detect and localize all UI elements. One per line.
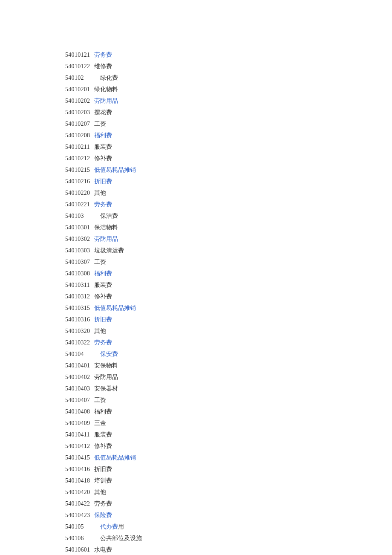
account-label: 劳务费 xyxy=(94,498,112,509)
account-label[interactable]: 代办费 xyxy=(100,521,118,532)
account-label: 公共部位及设施 xyxy=(100,532,142,544)
account-code: 540102 xyxy=(65,72,93,84)
account-code: 54010401 xyxy=(65,360,93,371)
list-item: 540102绿化费 xyxy=(65,72,392,84)
account-label[interactable]: 折旧费 xyxy=(94,314,112,325)
account-code: 54010211 xyxy=(65,141,93,153)
account-code: 54010312 xyxy=(65,291,93,302)
account-code: 54010322 xyxy=(65,337,93,348)
account-code: 54010416 xyxy=(65,463,93,475)
account-label: 工资 xyxy=(94,394,106,406)
account-code: 54010201 xyxy=(65,84,93,95)
list-item: 54010418培训费 xyxy=(65,475,392,486)
account-label[interactable]: 低值易耗品摊销 xyxy=(94,164,136,176)
account-label: 劳防用品 xyxy=(94,371,118,383)
list-item: 54010322劳务费 xyxy=(65,337,392,348)
list-item: 54010409三金 xyxy=(65,417,392,429)
account-code: 54010409 xyxy=(65,417,93,429)
list-item: 54010312修补费 xyxy=(65,291,392,302)
list-item: 54010420其他 xyxy=(65,486,392,498)
list-item: 54010601水电费 xyxy=(65,544,392,555)
list-item: 54010408福利费 xyxy=(65,406,392,417)
account-code: 540106 xyxy=(65,532,93,544)
account-label: 安保器材 xyxy=(94,383,118,394)
account-code: 540104 xyxy=(65,348,93,360)
list-item: 54010211服装费 xyxy=(65,141,392,153)
account-label: 垃圾清运费 xyxy=(94,245,124,256)
list-item: 54010201绿化物料 xyxy=(65,84,392,95)
account-label[interactable]: 劳务费 xyxy=(94,49,112,61)
list-item: 54010411服装费 xyxy=(65,429,392,440)
account-label[interactable]: 福利费 xyxy=(94,130,112,141)
list-item: 54010423保险费 xyxy=(65,509,392,521)
account-label[interactable]: 劳务费 xyxy=(94,199,112,210)
account-label: 保洁费 xyxy=(100,210,118,222)
account-code: 54010221 xyxy=(65,199,93,210)
list-item: 54010307工资 xyxy=(65,256,392,268)
list-item: 54010220其他 xyxy=(65,187,392,199)
account-code: 54010202 xyxy=(65,95,93,107)
account-label[interactable]: 保险费 xyxy=(94,509,112,521)
account-code: 54010203 xyxy=(65,107,93,118)
account-label[interactable]: 福利费 xyxy=(94,268,112,279)
account-label: 修补费 xyxy=(94,440,112,452)
list-item: 54010202劳防用品 xyxy=(65,95,392,107)
account-code: 54010122 xyxy=(65,61,93,72)
account-label[interactable]: 低值易耗品摊销 xyxy=(94,302,136,314)
account-code: 54010308 xyxy=(65,268,93,279)
account-code: 54010307 xyxy=(65,256,93,268)
list-item: 54010308福利费 xyxy=(65,268,392,279)
account-code: 54010311 xyxy=(65,279,93,291)
list-item: 54010216折旧费 xyxy=(65,176,392,187)
list-item: 54010401安保物料 xyxy=(65,360,392,371)
account-label[interactable]: 低值易耗品摊销 xyxy=(94,452,136,463)
account-label: 其他 xyxy=(94,486,106,498)
account-label: 维修费 xyxy=(94,61,112,72)
account-label: 摆花费 xyxy=(94,107,112,118)
account-code: 54010412 xyxy=(65,440,93,452)
account-code: 540105 xyxy=(65,521,93,532)
list-item: 540103保洁费 xyxy=(65,210,392,222)
account-code: 54010301 xyxy=(65,222,93,233)
list-item: 54010407工资 xyxy=(65,394,392,406)
account-label: 其他 xyxy=(94,187,106,199)
account-label: 服装费 xyxy=(94,279,112,291)
account-code: 54010418 xyxy=(65,475,93,486)
account-label: 安保物料 xyxy=(94,360,118,371)
account-label: 三金 xyxy=(94,417,106,429)
list-item: 54010207工资 xyxy=(65,118,392,130)
list-item: 54010320其他 xyxy=(65,325,392,337)
account-code: 54010121 xyxy=(65,49,93,61)
list-item: 54010416折旧费 xyxy=(65,463,392,475)
account-label: 工资 xyxy=(94,118,106,130)
account-code: 54010315 xyxy=(65,302,93,314)
account-code: 54010316 xyxy=(65,314,93,325)
account-code: 54010407 xyxy=(65,394,93,406)
list-item: 54010203摆花费 xyxy=(65,107,392,118)
account-label-suffix: 用 xyxy=(118,521,124,532)
account-label: 福利费 xyxy=(94,406,112,417)
account-label: 水电费 xyxy=(94,544,112,555)
account-label[interactable]: 劳防用品 xyxy=(94,95,118,107)
account-label[interactable]: 劳防用品 xyxy=(94,233,118,245)
account-label: 培训费 xyxy=(94,475,112,486)
list-item: 54010208福利费 xyxy=(65,130,392,141)
account-label[interactable]: 劳务费 xyxy=(94,337,112,348)
account-code: 54010408 xyxy=(65,406,93,417)
list-item: 54010122维修费 xyxy=(65,61,392,72)
account-code: 54010403 xyxy=(65,383,93,394)
list-item: 54010212修补费 xyxy=(65,153,392,164)
account-label: 绿化物料 xyxy=(94,84,118,95)
list-item: 54010311服装费 xyxy=(65,279,392,291)
account-label: 服装费 xyxy=(94,429,112,440)
account-label[interactable]: 折旧费 xyxy=(94,176,112,187)
account-label: 服装费 xyxy=(94,141,112,153)
list-item: 54010402劳防用品 xyxy=(65,371,392,383)
list-item: 54010221劳务费 xyxy=(65,199,392,210)
list-item: 540104保安费 xyxy=(65,348,392,360)
account-label: 工资 xyxy=(94,256,106,268)
account-label[interactable]: 保安费 xyxy=(100,348,118,360)
account-label: 折旧费 xyxy=(94,463,112,475)
account-code: 54010411 xyxy=(65,429,93,440)
account-label: 修补费 xyxy=(94,153,112,164)
